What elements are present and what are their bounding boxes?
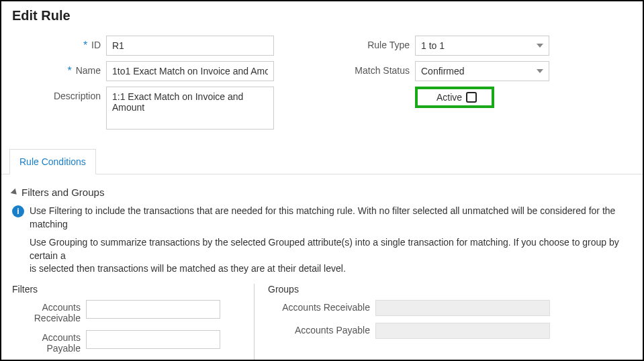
separator xyxy=(254,284,255,360)
description-input[interactable]: 1:1 Exact Match on Invoice and Amount xyxy=(106,87,274,130)
tab-rule-conditions[interactable]: Rule Conditions xyxy=(9,149,96,174)
caret-down-icon xyxy=(537,44,543,48)
group-ap-label: Accounts Payable xyxy=(268,323,375,336)
group-ar-input[interactable] xyxy=(375,300,550,316)
ruletype-dropdown[interactable]: 1 to 1 xyxy=(415,36,549,56)
name-input[interactable] xyxy=(106,61,274,81)
matchstatus-label: Match Status xyxy=(321,61,415,76)
active-checkbox[interactable] xyxy=(466,92,477,103)
info-text-2: Use Grouping to summarize transactions b… xyxy=(30,236,632,276)
description-label: Description xyxy=(12,87,106,101)
groups-heading: Groups xyxy=(268,284,577,295)
filters-heading: Filters xyxy=(12,284,240,295)
id-label: * ID xyxy=(12,36,106,52)
ruletype-value: 1 to 1 xyxy=(421,40,445,51)
filter-ar-dropdown[interactable] xyxy=(86,300,220,319)
active-highlight: Active xyxy=(415,87,494,108)
active-label: Active xyxy=(436,92,462,103)
filter-ap-dropdown[interactable] xyxy=(86,330,220,349)
ruletype-label: Rule Type xyxy=(321,36,415,50)
id-input[interactable] xyxy=(106,36,274,56)
matchstatus-dropdown[interactable]: Confirmed xyxy=(415,61,549,81)
info-text-1: Use Filtering to include the transaction… xyxy=(30,205,632,231)
page-title: Edit Rule xyxy=(12,8,632,23)
group-ap-input[interactable] xyxy=(375,323,550,339)
caret-down-icon xyxy=(537,69,543,73)
matchstatus-value: Confirmed xyxy=(421,66,465,76)
info-icon: i xyxy=(12,205,24,217)
name-label: * Name xyxy=(12,61,106,77)
filters-groups-heading[interactable]: Filters and Groups xyxy=(12,187,632,198)
filter-ap-label: Accounts Payable xyxy=(12,330,86,354)
group-ar-label: Accounts Receivable xyxy=(268,300,375,313)
disclosure-triangle-icon xyxy=(11,188,19,197)
filter-ar-label: Accounts Receivable xyxy=(12,300,86,323)
